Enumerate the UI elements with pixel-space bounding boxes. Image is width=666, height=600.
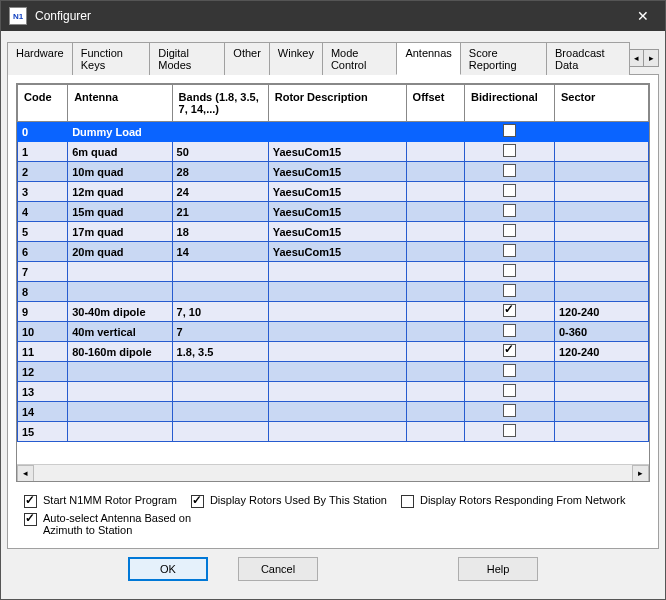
tab-winkey[interactable]: Winkey xyxy=(269,42,323,75)
help-button[interactable]: Help xyxy=(458,557,538,581)
tab-antennas[interactable]: Antennas xyxy=(396,42,460,75)
tab-scroll-right-icon[interactable]: ▸ xyxy=(643,49,659,67)
bidirectional-checkbox[interactable] xyxy=(503,204,516,217)
opt-display-used-label: Display Rotors Used By This Station xyxy=(210,494,387,506)
table-row[interactable]: 210m quad28YaesuCom15 xyxy=(18,162,649,182)
bidirectional-checkbox[interactable] xyxy=(503,184,516,197)
bidirectional-checkbox[interactable] xyxy=(503,304,516,317)
table-row[interactable]: 13 xyxy=(18,382,649,402)
table-row[interactable]: 8 xyxy=(18,282,649,302)
tab-digital-modes[interactable]: Digital Modes xyxy=(149,42,225,75)
bidirectional-checkbox[interactable] xyxy=(503,264,516,277)
tab-function-keys[interactable]: Function Keys xyxy=(72,42,151,75)
bidirectional-checkbox[interactable] xyxy=(503,284,516,297)
table-row[interactable]: 1040m vertical70-360 xyxy=(18,322,649,342)
window-title: Configurer xyxy=(35,9,629,23)
scroll-left-icon[interactable]: ◂ xyxy=(17,465,34,482)
bidirectional-checkbox[interactable] xyxy=(503,344,516,357)
scroll-right-icon[interactable]: ▸ xyxy=(632,465,649,482)
table-row[interactable]: 15 xyxy=(18,422,649,442)
table-row[interactable]: 1180-160m dipole1.8, 3.5120-240 xyxy=(18,342,649,362)
bidirectional-checkbox[interactable] xyxy=(503,124,516,137)
col-header[interactable]: Rotor Description xyxy=(268,85,406,122)
table-row[interactable]: 16m quad50YaesuCom15 xyxy=(18,142,649,162)
tab-scroll-left-icon[interactable]: ◂ xyxy=(628,49,644,67)
opt-auto-select-label: Auto-select Antenna Based on Azimuth to … xyxy=(43,512,214,536)
tab-hardware[interactable]: Hardware xyxy=(7,42,73,75)
tab-other[interactable]: Other xyxy=(224,42,270,75)
table-row[interactable]: 12 xyxy=(18,362,649,382)
opt-auto-select[interactable]: Auto-select Antenna Based on Azimuth to … xyxy=(24,512,214,536)
col-header[interactable]: Antenna xyxy=(68,85,172,122)
dialog-buttons: OK Cancel Help xyxy=(7,549,659,593)
titlebar: N1 Configurer ✕ xyxy=(1,1,665,31)
options-row-2: Auto-select Antenna Based on Azimuth to … xyxy=(16,512,650,540)
opt-start-rotor-label: Start N1MM Rotor Program xyxy=(43,494,177,506)
table-row[interactable]: 930-40m dipole7, 10120-240 xyxy=(18,302,649,322)
opt-display-network[interactable]: Display Rotors Responding From Network xyxy=(401,494,625,508)
table-row[interactable]: 312m quad24YaesuCom15 xyxy=(18,182,649,202)
col-header[interactable]: Code xyxy=(18,85,68,122)
antennas-panel: CodeAntennaBands (1.8, 3.5, 7, 14,...)Ro… xyxy=(7,75,659,549)
grid-hscroll[interactable]: ◂ ▸ xyxy=(17,464,649,481)
tab-mode-control[interactable]: Mode Control xyxy=(322,42,397,75)
opt-display-network-label: Display Rotors Responding From Network xyxy=(420,494,625,506)
antenna-grid[interactable]: CodeAntennaBands (1.8, 3.5, 7, 14,...)Ro… xyxy=(16,83,650,482)
tab-score-reporting[interactable]: Score Reporting xyxy=(460,42,547,75)
table-row[interactable]: 14 xyxy=(18,402,649,422)
table-row[interactable]: 620m quad14YaesuCom15 xyxy=(18,242,649,262)
tab-broadcast-data[interactable]: Broadcast Data xyxy=(546,42,630,75)
app-icon: N1 xyxy=(9,7,27,25)
col-header[interactable]: Sector xyxy=(554,85,648,122)
options-row-1: Start N1MM Rotor Program Display Rotors … xyxy=(16,482,650,512)
col-header[interactable]: Bidirectional xyxy=(465,85,555,122)
bidirectional-checkbox[interactable] xyxy=(503,424,516,437)
cancel-button[interactable]: Cancel xyxy=(238,557,318,581)
table-row[interactable]: 0Dummy Load xyxy=(18,122,649,142)
bidirectional-checkbox[interactable] xyxy=(503,384,516,397)
configurer-window: N1 Configurer ✕ HardwareFunction KeysDig… xyxy=(0,0,666,600)
table-row[interactable]: 7 xyxy=(18,262,649,282)
table-row[interactable]: 415m quad21YaesuCom15 xyxy=(18,202,649,222)
bidirectional-checkbox[interactable] xyxy=(503,324,516,337)
bidirectional-checkbox[interactable] xyxy=(503,224,516,237)
bidirectional-checkbox[interactable] xyxy=(503,364,516,377)
ok-button[interactable]: OK xyxy=(128,557,208,581)
close-icon[interactable]: ✕ xyxy=(629,4,657,28)
bidirectional-checkbox[interactable] xyxy=(503,244,516,257)
content-area: HardwareFunction KeysDigital ModesOtherW… xyxy=(1,31,665,599)
col-header[interactable]: Bands (1.8, 3.5, 7, 14,...) xyxy=(172,85,268,122)
bidirectional-checkbox[interactable] xyxy=(503,144,516,157)
opt-display-used[interactable]: Display Rotors Used By This Station xyxy=(191,494,387,508)
tabstrip: HardwareFunction KeysDigital ModesOtherW… xyxy=(7,41,659,75)
table-row[interactable]: 517m quad18YaesuCom15 xyxy=(18,222,649,242)
tab-scroll: ◂ ▸ xyxy=(629,49,659,67)
col-header[interactable]: Offset xyxy=(406,85,465,122)
bidirectional-checkbox[interactable] xyxy=(503,164,516,177)
bidirectional-checkbox[interactable] xyxy=(503,404,516,417)
opt-start-rotor[interactable]: Start N1MM Rotor Program xyxy=(24,494,177,508)
